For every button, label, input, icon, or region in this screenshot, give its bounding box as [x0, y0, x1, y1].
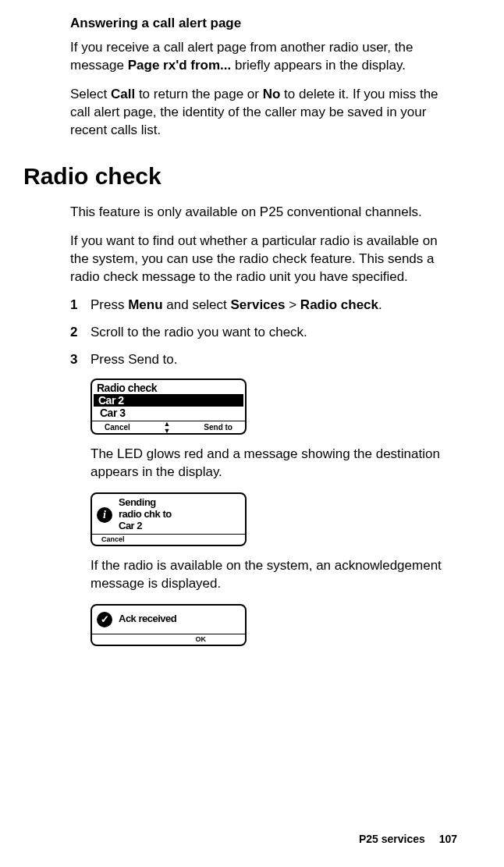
radio-check-heading: Radio check [23, 163, 457, 190]
footer-page-number: 107 [439, 833, 457, 845]
step-text: Press Menu and select Services > Radio c… [91, 297, 457, 314]
softkey-right: Send to [204, 423, 232, 432]
text-fragment: to return the page or [135, 87, 263, 101]
updown-icon: ▲▼ [164, 421, 171, 435]
text-bold: Page rx'd from... [128, 58, 232, 73]
para-feature-avail: This feature is only available on P25 co… [70, 204, 457, 222]
para-select-call: Select Call to return the page or No to … [70, 86, 457, 140]
text-line: Sending [119, 496, 156, 508]
text-line: radio chk to [119, 508, 172, 520]
step-number: 3 [70, 351, 91, 369]
screen-message: Sending radio chk to Car 2 [119, 497, 172, 532]
result-ack: If the radio is available on the system,… [91, 557, 457, 593]
footer-section: P25 services [359, 833, 425, 845]
radio-screen-sending: i Sending radio chk to Car 2 Cancel [91, 492, 247, 546]
text-bold: Menu [128, 297, 162, 312]
text-line: Car 2 [119, 520, 142, 531]
softkey-left: Cancel [101, 535, 125, 543]
text-fragment: > [285, 297, 300, 312]
softkey-left: Cancel [105, 423, 130, 432]
step-number: 2 [70, 324, 91, 342]
text-fragment: Select [70, 87, 111, 101]
step-3: 3 Press Send to. [70, 351, 457, 369]
para-feature-desc: If you want to find out whether a partic… [70, 233, 457, 286]
text-fragment: and select [163, 297, 231, 312]
step-text: Press Send to. [91, 351, 457, 369]
text-fragment: briefly appears in the display. [231, 58, 406, 73]
text-bold: Radio check [300, 297, 378, 312]
screen-message: Ack received [119, 613, 176, 625]
screen-option-item: Car 3 [92, 407, 245, 421]
step-2: 2 Scroll to the radio you want to check. [70, 324, 457, 342]
radio-screen-list: Radio check Car 2 Car 3 Cancel ▲▼ Send t… [91, 378, 247, 435]
text-bold: No [263, 87, 281, 101]
screen-softkeys: Cancel ▲▼ Send to [92, 421, 245, 433]
step-text: Scroll to the radio you want to check. [91, 324, 457, 342]
result-led: The LED glows red and a message showing … [91, 446, 457, 481]
step-number: 1 [70, 297, 91, 314]
screen-softkeys: Cancel [92, 534, 245, 545]
text-bold: Services [231, 297, 286, 312]
softkey-right: OK [196, 635, 207, 643]
text-fragment: . [378, 297, 382, 312]
step-1: 1 Press Menu and select Services > Radio… [70, 297, 457, 314]
answering-heading: Answering a call alert page [70, 16, 457, 31]
screen-softkeys: OK [92, 634, 245, 645]
text-fragment: Press [91, 297, 128, 312]
info-icon: i [97, 507, 112, 523]
text-bold: Call [111, 87, 135, 101]
radio-screen-ack: ✓ Ack received OK [91, 604, 247, 646]
para-page-rx: If you receive a call alert page from an… [70, 39, 457, 75]
screen-selected-item: Car 2 [94, 394, 243, 407]
screen-title: Radio check [92, 380, 245, 394]
page-footer: P25 services 107 [359, 833, 457, 845]
checkmark-icon: ✓ [97, 612, 112, 627]
